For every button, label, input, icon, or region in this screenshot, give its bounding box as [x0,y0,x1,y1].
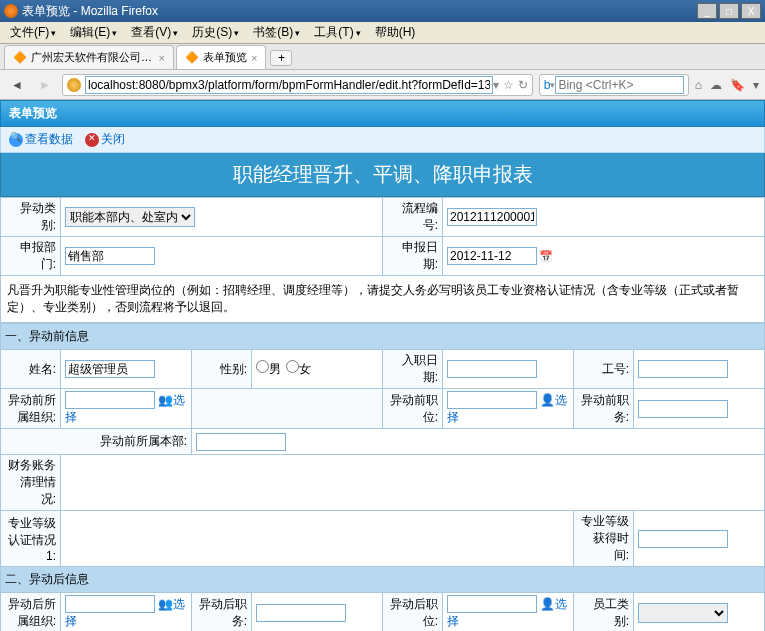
menu-tools[interactable]: 工具(T) [308,22,366,43]
tab-1-label: 广州宏天软件有限公司--BPMX3流程… [31,50,155,65]
label-name: 姓名: [1,350,61,389]
input-pre-org[interactable] [65,391,155,409]
label-post-post: 异动后职位: [383,593,443,632]
home-icon[interactable]: ⌂ [695,78,702,92]
tab-2-label: 表单预览 [203,50,247,65]
label-report-date: 申报日期: [383,237,443,276]
close-label: 关闭 [101,131,125,148]
label-pre-org: 异动前所属组织: [1,389,61,429]
org-picker-icon: 👥 [158,393,173,407]
view-icon [9,133,23,147]
tab-favicon: 🔶 [13,51,27,64]
label-post-org: 异动后所属组织: [1,593,61,632]
nav-forward-button[interactable]: ► [34,74,56,96]
radio-female[interactable] [286,360,299,373]
select-change-type[interactable]: 职能本部内、处室内 [65,207,195,227]
window-titlebar: 表单预览 - Mozilla Firefox _ □ X [0,0,765,22]
bookmark-icon[interactable]: 🔖 [730,78,745,92]
label-male: 男 [269,362,281,376]
post-picker-icon: 👤 [540,597,555,611]
label-pre-duty: 异动前职务: [574,389,634,429]
window-maximize-button[interactable]: □ [719,3,739,19]
label-pre-headoffice: 异动前所属本部: [1,429,192,455]
close-button[interactable]: 关闭 [85,131,125,148]
window-minimize-button[interactable]: _ [697,3,717,19]
navbar: ◄ ► ▾ ☆ ↻ b ▾ ⌂ ☁ 🔖 ▾ [0,70,765,100]
input-pre-duty[interactable] [638,400,728,418]
bing-icon: b [544,78,551,92]
label-post-duty: 异动后职务: [192,593,252,632]
close-icon [85,133,99,147]
tabbar: 🔶 广州宏天软件有限公司--BPMX3流程… × 🔶 表单预览 × + [0,44,765,70]
tab-favicon: 🔶 [185,51,199,64]
menu-view[interactable]: 查看(V) [125,22,184,43]
menu-edit[interactable]: 编辑(E) [64,22,123,43]
new-tab-button[interactable]: + [270,50,292,66]
menubar: 文件(F) 编辑(E) 查看(V) 历史(S) 书签(B) 工具(T) 帮助(H… [0,22,765,44]
view-data-button[interactable]: 查看数据 [9,131,73,148]
label-cert-date: 专业等级获得时间: [574,511,634,567]
menu-dropdown-icon[interactable]: ▾ [753,78,759,92]
label-gender: 性别: [192,350,252,389]
firefox-icon [4,4,18,18]
nav-back-button[interactable]: ◄ [6,74,28,96]
menu-history[interactable]: 历史(S) [186,22,245,43]
label-emp-no: 工号: [574,350,634,389]
input-name[interactable] [65,360,155,378]
input-cert-date[interactable] [638,530,728,548]
history-dropdown-icon[interactable]: ▾ [493,78,499,92]
browser-tab-1[interactable]: 🔶 广州宏天软件有限公司--BPMX3流程… × [4,45,174,69]
label-emp-type: 员工类别: [574,593,634,632]
reload-icon[interactable]: ↻ [518,78,528,92]
select-emp-type[interactable] [638,603,728,623]
label-report-dept: 申报部门: [1,237,61,276]
input-pre-post[interactable] [447,391,537,409]
input-pre-headoffice[interactable] [196,433,286,451]
tab-2-close[interactable]: × [251,52,257,64]
sync-icon[interactable]: ☁ [710,78,722,92]
section-before: 一、异动前信息 [1,324,765,350]
tab-1-close[interactable]: × [159,52,165,64]
label-female: 女 [299,362,311,376]
url-bar[interactable]: ▾ ☆ ↻ [62,74,533,96]
input-hire-date[interactable] [447,360,537,378]
input-process-no[interactable] [447,208,537,226]
input-post-org[interactable] [65,595,155,613]
label-process-no: 流程编号: [383,198,443,237]
bookmark-star-icon[interactable]: ☆ [503,78,514,92]
input-emp-no[interactable] [638,360,728,378]
section-after: 二、异动后信息 [1,567,765,593]
site-identity-icon [67,78,81,92]
label-hire-date: 入职日期: [383,350,443,389]
label-finance: 财务账务清理情况: [1,455,61,511]
form-table: 异动类别: 职能本部内、处室内 流程编号: 申报部门: 申报日期: [0,197,765,276]
input-post-post[interactable] [447,595,537,613]
menu-file[interactable]: 文件(F) [4,22,62,43]
label-pre-post: 异动前职位: [383,389,443,429]
post-picker-icon: 👤 [540,393,555,407]
input-report-dept[interactable] [65,247,155,265]
input-report-date[interactable] [447,247,537,265]
form-note: 凡晋升为职能专业性管理岗位的（例如：招聘经理、调度经理等），请提交人务必写明该员… [0,276,765,323]
form-title: 职能经理晋升、平调、降职申报表 [0,153,765,197]
window-close-button[interactable]: X [741,3,761,19]
search-input[interactable] [555,76,683,94]
input-post-duty[interactable] [256,604,346,622]
label-change-type: 异动类别: [1,198,61,237]
radio-male[interactable] [256,360,269,373]
view-data-label: 查看数据 [25,131,73,148]
label-cert: 专业等级认证情况1: [1,511,61,567]
org-picker-icon: 👥 [158,597,173,611]
calendar-icon[interactable] [537,249,553,263]
window-title: 表单预览 - Mozilla Firefox [22,3,158,20]
page-toolbar: 查看数据 关闭 [0,127,765,153]
menu-help[interactable]: 帮助(H) [369,22,422,43]
search-bar[interactable]: b ▾ [539,74,689,96]
page-header: 表单预览 [0,100,765,127]
menu-bookmarks[interactable]: 书签(B) [247,22,306,43]
url-input[interactable] [85,76,493,94]
browser-tab-2[interactable]: 🔶 表单预览 × [176,45,266,69]
